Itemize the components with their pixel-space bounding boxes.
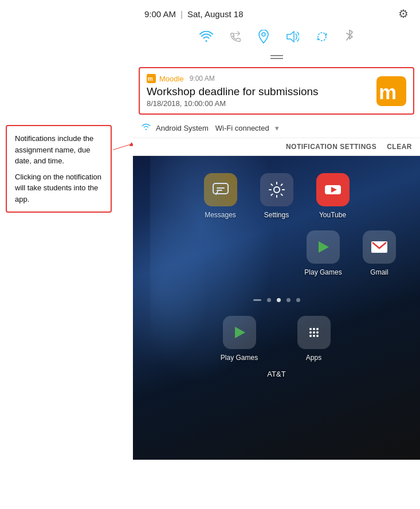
dock-item-apps[interactable]: Apps [294,316,334,362]
svg-text:m: m [148,76,153,82]
app-item-gmail[interactable]: Gmail [359,230,399,276]
phone-screen: 9:00 AM | Sat, August 18 ⚙ [133,0,420,509]
home-screen: Messages Settings [133,156,420,460]
status-time: 9:00 AM [144,9,176,19]
dock-playgames-label: Play Games [221,354,258,362]
dock-row: Play Games App [133,310,420,365]
playgames-label: Play Games [304,268,342,276]
svg-point-17 [313,328,315,330]
status-bar: 9:00 AM | Sat, August 18 ⚙ [133,0,420,25]
annotation-box: Notifications include the assignment nam… [6,125,112,213]
hamburger-lines [270,55,283,59]
status-time-date: 9:00 AM | Sat, August 18 [144,9,244,19]
wifi-system-label: Android System [156,124,209,132]
app-grid-middle: Play Games Gmail [133,230,420,288]
youtube-label: YouTube [319,211,346,219]
svg-marker-13 [319,241,329,253]
notification-card[interactable]: m Moodle 9:00 AM Workshop deadline for s… [139,67,414,115]
dock-apps-icon [297,316,331,349]
dot-1 [267,298,271,302]
sync-icon[interactable] [315,30,329,46]
annotation-line1: Notifications include the assignment nam… [15,133,103,167]
wifi-icon[interactable] [199,31,213,46]
youtube-icon [316,173,350,206]
svg-point-2 [262,33,265,36]
app-item-messages[interactable]: Messages [201,173,241,219]
quick-settings-row [133,25,420,53]
dot-3 [286,298,291,302]
svg-text:m: m [379,81,397,103]
carrier-bar: AT&T [133,365,420,382]
carrier-text: AT&T [267,370,285,378]
app-item-settings[interactable]: Settings [257,173,297,219]
call-icon[interactable] [229,30,242,46]
wifi-status-row[interactable]: Android System Wi-Fi connected ▾ [133,118,420,138]
messages-label: Messages [205,211,236,219]
bluetooth-icon[interactable] [345,30,354,47]
wifi-status-text: Wi-Fi connected [215,124,269,132]
settings-icon [260,173,293,206]
dock-item-playgames[interactable]: Play Games [219,316,260,362]
status-divider: | [180,9,183,19]
gmail-label: Gmail [370,268,388,276]
svg-marker-15 [235,327,245,338]
moodle-big-icon: m [376,76,406,106]
notification-header: m Moodle 9:00 AM [147,74,376,83]
svg-point-19 [309,331,312,334]
wifi-row-icon [141,123,151,133]
wifi-chevron-icon[interactable]: ▾ [275,124,279,132]
dock-apps-label: Apps [306,354,321,362]
svg-point-4 [318,33,326,41]
app-item-playgames[interactable]: Play Games [303,230,343,276]
svg-point-20 [313,331,315,334]
svg-point-16 [309,328,312,330]
dot-4 [296,298,300,302]
notification-app-name: Moodle [159,75,184,83]
playgames-icon [307,230,340,264]
hamburger [133,53,420,64]
svg-line-0 [113,144,132,150]
svg-rect-9 [213,183,228,194]
gear-icon[interactable]: ⚙ [398,7,409,21]
svg-point-18 [316,328,319,330]
app-grid-top: Messages Settings [133,156,420,230]
svg-point-24 [316,335,319,337]
annotation-line2: Clicking on the notification will take s… [15,171,103,205]
status-date: Sat, August 18 [187,9,244,19]
messages-icon [204,173,237,206]
svg-point-10 [274,187,280,193]
settings-label: Settings [264,211,289,219]
page-indicator [133,288,420,310]
moodle-small-icon: m [147,74,156,83]
clear-button[interactable]: CLEAR [387,143,412,151]
app-item-youtube[interactable]: YouTube [313,173,353,219]
dot-bar [253,299,261,301]
action-bar: NOTIFICATION SETTINGS CLEAR [133,138,420,156]
svg-marker-3 [287,32,294,42]
dot-2 [277,298,281,302]
notification-title: Workshop deadline for submissions [147,85,376,98]
notification-subtitle: 8/18/2018, 10:00:00 AM [147,99,376,108]
notification-content: m Moodle 9:00 AM Workshop deadline for s… [147,74,376,108]
svg-point-23 [313,335,315,337]
dock-playgames-icon [223,316,256,349]
notification-time: 9:00 AM [190,75,215,83]
volume-icon[interactable] [285,31,299,46]
notification-settings-button[interactable]: NOTIFICATION SETTINGS [286,143,376,151]
location-icon[interactable] [258,30,269,47]
gmail-icon [363,230,396,264]
svg-point-21 [316,331,319,334]
svg-point-22 [309,335,312,337]
